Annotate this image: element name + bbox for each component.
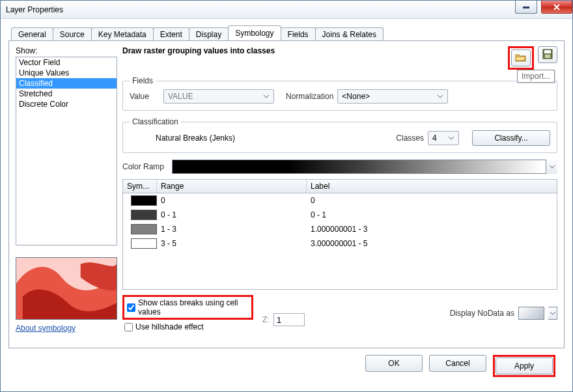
tab-symbology[interactable]: Symbology	[228, 25, 281, 40]
grid-header-range[interactable]: Range	[157, 180, 307, 193]
show-list[interactable]: Vector Field Unique Values Classified St…	[16, 57, 117, 245]
z-input[interactable]	[273, 313, 305, 326]
classes-label: Classes	[396, 133, 424, 143]
show-cell-values-label: Show class breaks using cell values	[138, 298, 249, 316]
tab-source[interactable]: Source	[53, 27, 92, 41]
about-symbology-link[interactable]: About symbology	[16, 324, 117, 333]
sidebar-item-vector-field[interactable]: Vector Field	[16, 57, 117, 68]
save-button[interactable]	[538, 46, 557, 63]
right-column: Draw raster grouping values into classes	[122, 46, 557, 341]
color-ramp-dropdown[interactable]	[172, 160, 557, 174]
value-selected: VALUE	[168, 92, 193, 101]
import-tooltip: Import...	[517, 70, 555, 83]
color-ramp-label: Color Ramp	[122, 162, 164, 171]
chevron-down-icon	[437, 93, 443, 100]
grid-header-label[interactable]: Label	[307, 180, 557, 193]
tab-joins-relates[interactable]: Joins & Relates	[315, 27, 384, 41]
value-dropdown[interactable]: VALUE	[163, 89, 274, 104]
preview-swatch	[16, 257, 117, 320]
open-button-highlight	[508, 46, 534, 70]
tab-display[interactable]: Display	[189, 27, 229, 41]
sidebar-item-stretched[interactable]: Stretched	[16, 89, 117, 99]
apply-button-highlight: Apply	[493, 355, 555, 377]
classification-method: Natural Breaks (Jenks)	[156, 133, 235, 143]
nodata-dropdown[interactable]	[548, 307, 557, 320]
symbology-panel: Show: Vector Field Unique Values Classif…	[8, 40, 565, 348]
class-grid: Sym... Range Label 0 0 0 - 1	[122, 179, 557, 290]
tab-fields[interactable]: Fields	[281, 27, 316, 41]
cancel-button[interactable]: Cancel	[429, 355, 486, 372]
tab-extent[interactable]: Extent	[153, 27, 189, 41]
class-label[interactable]: 0	[307, 196, 319, 205]
left-column: Show: Vector Field Unique Values Classif…	[16, 46, 117, 341]
class-range[interactable]: 0	[157, 196, 307, 205]
dialog-buttons: OK Cancel Apply	[8, 348, 565, 384]
sidebar-item-unique-values[interactable]: Unique Values	[16, 68, 117, 78]
tab-row: General Source Key Metadata Extent Displ…	[8, 25, 565, 40]
classes-value: 4	[432, 133, 437, 143]
class-label[interactable]: 1.000000001 - 3	[307, 225, 371, 234]
chevron-down-icon	[550, 310, 556, 316]
fields-group: Fields Value VALUE Normalization <None>	[122, 76, 557, 111]
grid-row[interactable]: 0 - 1 0 - 1	[123, 208, 557, 222]
class-swatch[interactable]	[131, 210, 157, 220]
grid-body: 0 0 0 - 1 0 - 1 1 - 3 1.000000001 - 3	[123, 193, 557, 289]
tab-key-metadata[interactable]: Key Metadata	[91, 27, 154, 41]
layer-properties-window: Layer Properties General Source Key Meta…	[0, 0, 573, 392]
fields-legend: Fields	[130, 76, 156, 85]
apply-button[interactable]: Apply	[496, 357, 553, 374]
svg-rect-3	[544, 50, 551, 53]
chevron-down-icon	[448, 135, 454, 141]
class-swatch[interactable]	[131, 224, 157, 234]
class-range[interactable]: 1 - 3	[157, 225, 307, 234]
grid-header-symbol[interactable]: Sym...	[123, 180, 157, 193]
normalization-label: Normalization	[286, 92, 333, 101]
close-button[interactable]	[541, 1, 572, 14]
tab-general[interactable]: General	[11, 27, 53, 41]
open-button[interactable]	[511, 49, 531, 66]
panel-heading: Draw raster grouping values into classes	[122, 46, 508, 55]
class-label[interactable]: 3.000000001 - 5	[307, 239, 371, 248]
chevron-down-icon	[263, 93, 270, 100]
class-swatch[interactable]	[131, 238, 157, 249]
show-cell-values-input[interactable]	[127, 303, 135, 312]
nodata-label: Display NoData as	[450, 309, 514, 318]
classification-legend: Classification	[130, 117, 181, 126]
classes-dropdown[interactable]: 4	[428, 131, 459, 145]
titlebar: Layer Properties	[1, 1, 572, 19]
sidebar-item-discrete-color[interactable]: Discrete Color	[16, 99, 117, 109]
z-label: Z:	[262, 315, 270, 324]
normalization-dropdown[interactable]: <None>	[337, 89, 448, 104]
classification-group: Classification Natural Breaks (Jenks) Cl…	[122, 117, 557, 153]
save-icon	[542, 49, 553, 61]
normalization-selected: <None>	[342, 92, 370, 101]
grid-row[interactable]: 1 - 3 1.000000001 - 3	[123, 222, 557, 236]
chevron-down-icon	[549, 163, 555, 170]
value-label: Value	[130, 92, 160, 101]
hillshade-label: Use hillshade effect	[135, 322, 204, 331]
grid-row[interactable]: 0 0	[123, 193, 557, 208]
nodata-swatch[interactable]	[518, 307, 544, 320]
hillshade-checkbox[interactable]: Use hillshade effect	[124, 322, 253, 331]
svg-rect-0	[523, 7, 529, 8]
class-swatch[interactable]	[131, 195, 157, 206]
show-cell-values-checkbox[interactable]: Show class breaks using cell values	[127, 298, 249, 316]
svg-rect-4	[545, 55, 550, 58]
class-range[interactable]: 0 - 1	[157, 210, 307, 219]
window-title: Layer Properties	[6, 5, 63, 14]
class-label[interactable]: 0 - 1	[307, 210, 330, 219]
ok-button[interactable]: OK	[365, 355, 423, 372]
sidebar-item-classified[interactable]: Classified	[16, 78, 117, 89]
grid-row[interactable]: 3 - 5 3.000000001 - 5	[123, 236, 557, 251]
hillshade-input[interactable]	[124, 323, 133, 331]
window-controls	[514, 1, 572, 18]
classify-button[interactable]: Classify...	[472, 130, 550, 146]
grid-header: Sym... Range Label	[123, 180, 557, 193]
show-label: Show:	[16, 46, 117, 55]
open-folder-icon	[515, 53, 527, 64]
minimize-button[interactable]	[515, 1, 537, 14]
cell-values-highlight: Show class breaks using cell values	[122, 295, 253, 320]
content-area: General Source Key Metadata Extent Displ…	[1, 19, 572, 391]
class-range[interactable]: 3 - 5	[157, 239, 307, 248]
